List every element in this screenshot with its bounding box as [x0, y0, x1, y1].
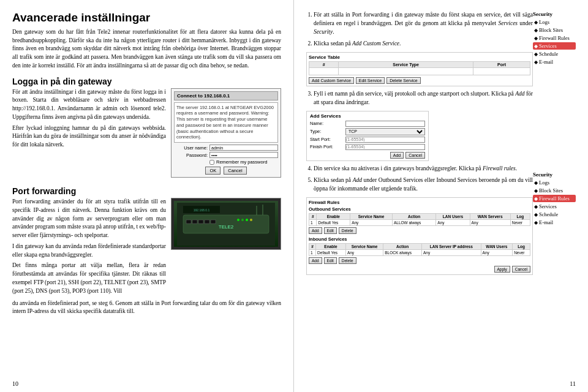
- ob-wan-1: Any: [470, 219, 510, 225]
- outbound-edit-button[interactable]: Edit: [324, 227, 337, 234]
- security-firewallrules-1[interactable]: ◆ Firewall Rules: [533, 34, 576, 42]
- security-title-1: Security: [533, 11, 576, 17]
- as-name-row: Name:: [310, 121, 425, 127]
- ib-name-1: Any: [345, 249, 383, 255]
- ob-action-1: ALLOW always: [392, 219, 435, 225]
- security-email-1[interactable]: ◆ E-mail: [533, 58, 576, 66]
- username-row: User name: admin: [174, 145, 278, 151]
- step-3-text: Fyll i ett namn på din service, välj pro…: [314, 91, 533, 105]
- svg-rect-5: [205, 220, 209, 224]
- security-schedule-label-1: Schedule: [539, 51, 558, 57]
- security-firewallrules-2[interactable]: ◆ Firewall Rules: [533, 195, 576, 202]
- security-schedule-label-2: Schedule: [539, 211, 558, 217]
- section2-text-col: Port forwarding använder du för att styr…: [12, 198, 166, 298]
- as-type-select[interactable]: TCP UDP: [345, 128, 425, 135]
- svg-point-10: [250, 219, 252, 221]
- ib-col-lanip: LAN Server IP address: [422, 243, 481, 249]
- fw-title: Firewall Rules: [309, 200, 530, 205]
- svg-rect-4: [198, 220, 203, 224]
- security-blocksites-label-1: Block Sites: [539, 27, 563, 33]
- security-blocksites-1[interactable]: ◆ Block Sites: [533, 26, 576, 34]
- bullet-icon-5: ◆: [534, 51, 538, 57]
- password-value: ••••: [211, 153, 217, 157]
- ib-col-enable: Enable: [316, 243, 346, 249]
- as-type-row: Type: TCP UDP: [310, 128, 425, 135]
- col-service-type: Service Type: [339, 62, 473, 68]
- page-number-left: 10: [12, 380, 18, 387]
- bullet-icon-12: ◆: [534, 220, 538, 225]
- step-4-text: Din service ska nu aktiveras i din gatew…: [314, 165, 517, 172]
- ok-button[interactable]: OK: [205, 167, 221, 175]
- security-blocksites-2[interactable]: ◆ Block Sites: [533, 187, 576, 194]
- intro-text: Den gateway som du har fått från Tele2 i…: [12, 28, 281, 70]
- step-5-text: Klicka sedan på Add under Out­bound Serv…: [314, 177, 533, 192]
- ob-col-lan: LAN Users: [436, 213, 470, 219]
- delete-service-button[interactable]: Delete Service: [386, 77, 421, 84]
- as-startport-input[interactable]: [345, 137, 425, 143]
- section1-title: Logga in på din gateway: [12, 77, 281, 86]
- inbound-edit-button[interactable]: Edit: [324, 257, 337, 264]
- section1-text-col: För att ändra inställningar i din gatewa…: [12, 88, 166, 181]
- password-input[interactable]: ••••: [209, 152, 278, 158]
- username-label: User name:: [174, 145, 208, 151]
- ob-col-name: Service Name: [350, 213, 393, 219]
- add-services-buttons: Add Cancel: [310, 152, 425, 159]
- bullet-icon-3: ◆: [534, 36, 538, 41]
- edit-service-button[interactable]: Edit Service: [356, 77, 385, 84]
- username-value: admin: [211, 146, 223, 150]
- security-logs-2[interactable]: ◆ Logs: [533, 179, 576, 186]
- ob-enable-1: Default Yes: [317, 219, 350, 225]
- section2-title: Port forwarding: [12, 186, 281, 196]
- outbound-delete-button[interactable]: Delete: [339, 227, 356, 234]
- col-num: #: [309, 62, 339, 68]
- security-email-label-1: E-mail: [539, 59, 553, 65]
- page-number-right: 11: [570, 380, 576, 387]
- bullet-icon-7: ◆: [534, 180, 538, 186]
- security-services-1[interactable]: ◆ Services: [533, 42, 576, 50]
- add-services-title: Add Services: [310, 113, 425, 119]
- inbound-add-button[interactable]: Add: [309, 257, 322, 264]
- left-page: Avancerade inställningar Den gateway som…: [0, 0, 294, 392]
- bullet-icon-4: ◆: [534, 43, 538, 49]
- svg-rect-2: [186, 220, 191, 224]
- remember-label: Remember my password: [216, 159, 267, 165]
- remember-password-row: Remember my password: [174, 159, 278, 165]
- bullet-icon-10: ◆: [534, 204, 538, 209]
- bullet-icon-2: ◆: [534, 28, 538, 33]
- outbound-table: # Enable Service Name Action LAN Users W…: [309, 213, 530, 226]
- outbound-add-button[interactable]: Add: [309, 227, 322, 234]
- as-finishport-input[interactable]: [345, 144, 425, 150]
- remember-checkbox[interactable]: [209, 160, 214, 165]
- security-schedule-1[interactable]: ◆ Schedule: [533, 50, 576, 58]
- router-image-col: TELE2 192.168.0.1: [171, 198, 281, 298]
- apply-button[interactable]: Apply: [494, 266, 510, 273]
- security-logs-label-1: Logs: [539, 19, 549, 25]
- ob-col-log: Log: [510, 213, 530, 219]
- add-service-cancel-button[interactable]: Cancel: [405, 152, 425, 159]
- outbound-row-1: 1 Default Yes Any ALLOW always Any Any N…: [309, 219, 530, 225]
- security-logs-1[interactable]: ◆ Logs: [533, 18, 576, 26]
- ib-log-1: Never: [513, 249, 530, 255]
- fw-cancel-button[interactable]: Cancel: [512, 266, 530, 273]
- as-name-input[interactable]: [345, 121, 425, 127]
- ob-name-1: Any: [350, 219, 393, 225]
- right-page: Security ◆ Logs ◆ Block Sites ◆ Firewall…: [294, 0, 588, 392]
- add-custom-service-button[interactable]: Add Custom Service: [309, 77, 354, 84]
- svg-rect-3: [192, 220, 197, 224]
- security-services-label-1: Services: [539, 43, 557, 49]
- svg-text:192.168.0.1: 192.168.0.1: [194, 208, 210, 212]
- section2-text1: Port forwarding använder du för att styr…: [12, 198, 166, 240]
- inbound-delete-button[interactable]: Delete: [339, 257, 356, 264]
- security-firewallrules-label-2: Firewall Rules: [539, 195, 570, 202]
- step-1-text: För att ställa in Port forwarding i din …: [314, 12, 533, 35]
- security-schedule-2[interactable]: ◆ Schedule: [533, 211, 576, 218]
- inbound-table: # Enable Service Name Action LAN Server …: [309, 243, 530, 256]
- service-table-buttons: Add Custom Service Edit Service Delete S…: [309, 77, 530, 84]
- security-email-2[interactable]: ◆ E-mail: [533, 219, 576, 226]
- outbound-title: Outbound Services: [309, 206, 530, 212]
- ib-col-name: Service Name: [345, 243, 383, 249]
- add-service-submit-button[interactable]: Add: [390, 152, 404, 159]
- security-services-2[interactable]: ◆ Services: [533, 203, 576, 210]
- username-input[interactable]: admin: [209, 145, 278, 151]
- cancel-button[interactable]: Cancel: [224, 167, 246, 175]
